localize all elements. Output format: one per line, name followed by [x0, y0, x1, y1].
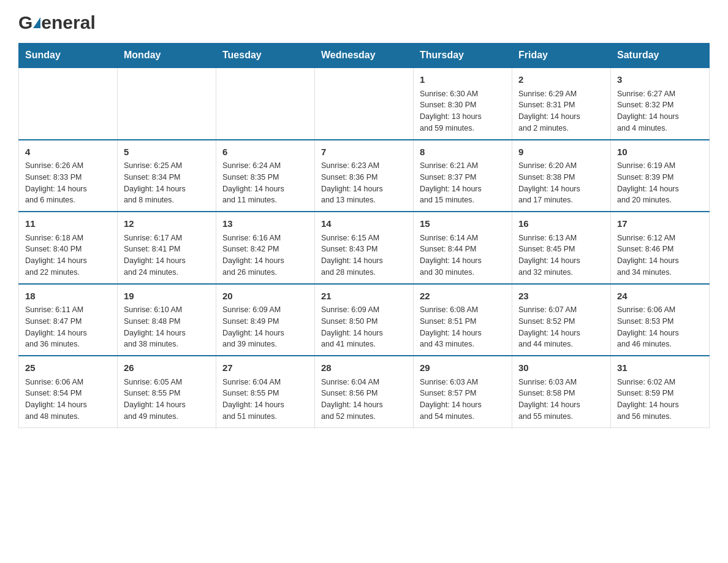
- day-info: Sunrise: 6:02 AMSunset: 8:59 PMDaylight:…: [617, 377, 703, 423]
- day-number: 25: [25, 361, 111, 375]
- day-number: 16: [518, 217, 604, 231]
- day-info: Sunrise: 6:23 AMSunset: 8:36 PMDaylight:…: [321, 160, 407, 206]
- calendar-cell: 1Sunrise: 6:30 AMSunset: 8:30 PMDaylight…: [414, 67, 512, 140]
- day-info: Sunrise: 6:12 AMSunset: 8:46 PMDaylight:…: [617, 232, 703, 278]
- day-info: Sunrise: 6:21 AMSunset: 8:37 PMDaylight:…: [420, 160, 506, 206]
- day-info: Sunrise: 6:19 AMSunset: 8:39 PMDaylight:…: [617, 160, 703, 206]
- calendar-cell: 2Sunrise: 6:29 AMSunset: 8:31 PMDaylight…: [512, 67, 611, 140]
- calendar-week-1: 1Sunrise: 6:30 AMSunset: 8:30 PMDaylight…: [19, 67, 710, 140]
- day-number: 23: [518, 289, 604, 304]
- calendar-cell: 13Sunrise: 6:16 AMSunset: 8:42 PMDayligh…: [216, 212, 315, 284]
- day-info: Sunrise: 6:26 AMSunset: 8:33 PMDaylight:…: [25, 160, 111, 206]
- day-info: Sunrise: 6:09 AMSunset: 8:49 PMDaylight:…: [222, 304, 308, 350]
- day-number: 3: [617, 73, 703, 87]
- calendar-cell: 6Sunrise: 6:24 AMSunset: 8:35 PMDaylight…: [216, 140, 315, 212]
- calendar-table: SundayMondayTuesdayWednesdayThursdayFrid…: [18, 43, 710, 428]
- calendar-cell: 21Sunrise: 6:09 AMSunset: 8:50 PMDayligh…: [315, 284, 414, 356]
- day-number: 21: [321, 289, 407, 304]
- day-info: Sunrise: 6:24 AMSunset: 8:35 PMDaylight:…: [222, 160, 308, 206]
- calendar-header-wednesday: Wednesday: [315, 44, 414, 68]
- day-number: 11: [25, 217, 111, 231]
- day-info: Sunrise: 6:13 AMSunset: 8:45 PMDaylight:…: [518, 232, 604, 278]
- day-number: 5: [124, 145, 210, 159]
- calendar-header-monday: Monday: [118, 44, 216, 68]
- calendar-cell: 27Sunrise: 6:04 AMSunset: 8:55 PMDayligh…: [216, 356, 315, 427]
- calendar-cell: [118, 67, 216, 140]
- calendar-week-3: 11Sunrise: 6:18 AMSunset: 8:40 PMDayligh…: [19, 212, 710, 284]
- calendar-cell: 30Sunrise: 6:03 AMSunset: 8:58 PMDayligh…: [512, 356, 611, 427]
- calendar-cell: [315, 67, 414, 140]
- day-number: 31: [617, 361, 703, 375]
- day-info: Sunrise: 6:20 AMSunset: 8:38 PMDaylight:…: [518, 160, 604, 206]
- day-number: 1: [420, 73, 506, 87]
- calendar-cell: 29Sunrise: 6:03 AMSunset: 8:57 PMDayligh…: [414, 356, 512, 427]
- calendar-cell: 28Sunrise: 6:04 AMSunset: 8:56 PMDayligh…: [315, 356, 414, 427]
- calendar-header-thursday: Thursday: [414, 44, 512, 68]
- day-info: Sunrise: 6:10 AMSunset: 8:48 PMDaylight:…: [124, 304, 210, 350]
- day-number: 19: [124, 289, 210, 304]
- day-info: Sunrise: 6:06 AMSunset: 8:54 PMDaylight:…: [25, 377, 111, 423]
- day-number: 12: [124, 217, 210, 231]
- calendar-header-friday: Friday: [512, 44, 611, 68]
- calendar-cell: 9Sunrise: 6:20 AMSunset: 8:38 PMDaylight…: [512, 140, 611, 212]
- day-info: Sunrise: 6:07 AMSunset: 8:52 PMDaylight:…: [518, 304, 604, 350]
- calendar-cell: 3Sunrise: 6:27 AMSunset: 8:32 PMDaylight…: [611, 67, 710, 140]
- calendar-cell: 4Sunrise: 6:26 AMSunset: 8:33 PMDaylight…: [19, 140, 118, 212]
- day-number: 29: [420, 361, 506, 375]
- calendar-week-5: 25Sunrise: 6:06 AMSunset: 8:54 PMDayligh…: [19, 356, 710, 427]
- calendar-week-4: 18Sunrise: 6:11 AMSunset: 8:47 PMDayligh…: [19, 284, 710, 356]
- day-number: 28: [321, 361, 407, 375]
- calendar-cell: 7Sunrise: 6:23 AMSunset: 8:36 PMDaylight…: [315, 140, 414, 212]
- day-number: 15: [420, 217, 506, 231]
- day-info: Sunrise: 6:03 AMSunset: 8:58 PMDaylight:…: [518, 377, 604, 423]
- calendar-cell: 8Sunrise: 6:21 AMSunset: 8:37 PMDaylight…: [414, 140, 512, 212]
- logo-text-eneral: eneral: [41, 12, 95, 33]
- day-info: Sunrise: 6:25 AMSunset: 8:34 PMDaylight:…: [124, 160, 210, 206]
- calendar-cell: 22Sunrise: 6:08 AMSunset: 8:51 PMDayligh…: [414, 284, 512, 356]
- calendar-week-2: 4Sunrise: 6:26 AMSunset: 8:33 PMDaylight…: [19, 140, 710, 212]
- day-info: Sunrise: 6:17 AMSunset: 8:41 PMDaylight:…: [124, 232, 210, 278]
- calendar-cell: 31Sunrise: 6:02 AMSunset: 8:59 PMDayligh…: [611, 356, 710, 427]
- calendar-cell: 15Sunrise: 6:14 AMSunset: 8:44 PMDayligh…: [414, 212, 512, 284]
- day-number: 6: [222, 145, 308, 159]
- page-header: G eneral: [18, 12, 710, 31]
- day-info: Sunrise: 6:06 AMSunset: 8:53 PMDaylight:…: [617, 304, 703, 350]
- day-info: Sunrise: 6:09 AMSunset: 8:50 PMDaylight:…: [321, 304, 407, 350]
- calendar-cell: 11Sunrise: 6:18 AMSunset: 8:40 PMDayligh…: [19, 212, 118, 284]
- day-number: 18: [25, 289, 111, 304]
- day-number: 27: [222, 361, 308, 375]
- day-info: Sunrise: 6:30 AMSunset: 8:30 PMDaylight:…: [420, 88, 506, 134]
- calendar-cell: 25Sunrise: 6:06 AMSunset: 8:54 PMDayligh…: [19, 356, 118, 427]
- calendar-cell: 26Sunrise: 6:05 AMSunset: 8:55 PMDayligh…: [118, 356, 216, 427]
- calendar-header-sunday: Sunday: [19, 44, 118, 68]
- day-info: Sunrise: 6:05 AMSunset: 8:55 PMDaylight:…: [124, 377, 210, 423]
- logo-triangle-icon: [33, 17, 40, 28]
- calendar-cell: 5Sunrise: 6:25 AMSunset: 8:34 PMDaylight…: [118, 140, 216, 212]
- day-number: 4: [25, 145, 111, 159]
- day-number: 17: [617, 217, 703, 231]
- day-number: 8: [420, 145, 506, 159]
- calendar-cell: [216, 67, 315, 140]
- calendar-cell: 18Sunrise: 6:11 AMSunset: 8:47 PMDayligh…: [19, 284, 118, 356]
- calendar-cell: [19, 67, 118, 140]
- day-number: 14: [321, 217, 407, 231]
- calendar-cell: 19Sunrise: 6:10 AMSunset: 8:48 PMDayligh…: [118, 284, 216, 356]
- logo: G eneral: [18, 12, 96, 31]
- day-info: Sunrise: 6:27 AMSunset: 8:32 PMDaylight:…: [617, 88, 703, 134]
- day-info: Sunrise: 6:15 AMSunset: 8:43 PMDaylight:…: [321, 232, 407, 278]
- day-number: 30: [518, 361, 604, 375]
- day-number: 22: [420, 289, 506, 304]
- day-number: 20: [222, 289, 308, 304]
- calendar-header-saturday: Saturday: [611, 44, 710, 68]
- calendar-cell: 16Sunrise: 6:13 AMSunset: 8:45 PMDayligh…: [512, 212, 611, 284]
- day-info: Sunrise: 6:18 AMSunset: 8:40 PMDaylight:…: [25, 232, 111, 278]
- day-info: Sunrise: 6:08 AMSunset: 8:51 PMDaylight:…: [420, 304, 506, 350]
- calendar-cell: 23Sunrise: 6:07 AMSunset: 8:52 PMDayligh…: [512, 284, 611, 356]
- calendar-header-tuesday: Tuesday: [216, 44, 315, 68]
- calendar-cell: 10Sunrise: 6:19 AMSunset: 8:39 PMDayligh…: [611, 140, 710, 212]
- logo-text-g: G: [18, 12, 32, 33]
- day-number: 2: [518, 73, 604, 87]
- day-number: 26: [124, 361, 210, 375]
- calendar-header-row: SundayMondayTuesdayWednesdayThursdayFrid…: [19, 44, 710, 68]
- day-info: Sunrise: 6:04 AMSunset: 8:56 PMDaylight:…: [321, 377, 407, 423]
